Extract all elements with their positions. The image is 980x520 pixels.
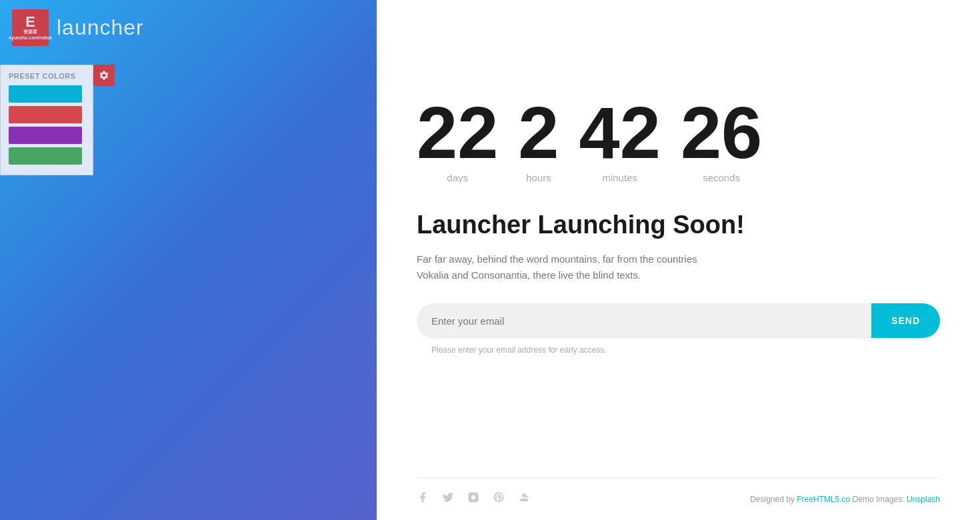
- hours-label: hours: [526, 172, 551, 183]
- countdown-timer: 22 days 2 hours 42 minutes 26 seconds: [417, 96, 940, 183]
- logo-image: E 资源君 eyunzhu.com/vdisk: [12, 9, 49, 46]
- pinterest-icon[interactable]: [493, 491, 505, 507]
- hours-value: 2: [518, 96, 559, 169]
- freehtml5-link[interactable]: FreeHTML5.co: [797, 495, 850, 504]
- days-label: days: [447, 172, 468, 183]
- days-value: 22: [417, 96, 498, 169]
- footer: Designed by FreeHTML5.co Demo Images: Un…: [417, 477, 940, 520]
- brand-name: launcher: [57, 15, 144, 40]
- right-panel: 22 days 2 hours 42 minutes 26 seconds La…: [377, 0, 980, 520]
- twitter-icon[interactable]: [442, 491, 454, 507]
- demo-images-text: Demo Images:: [853, 495, 905, 504]
- email-input[interactable]: [417, 303, 871, 339]
- countdown-hours: 2 hours: [518, 96, 559, 183]
- preset-colors-label: PRESET COLORS: [9, 72, 85, 80]
- preset-gear-button[interactable]: [93, 65, 115, 86]
- logo-bar: E 资源君 eyunzhu.com/vdisk launcher: [0, 0, 377, 55]
- minutes-value: 42: [579, 96, 661, 169]
- logo-sub-text: 资源君 eyunzhu.com/vdisk: [9, 29, 52, 41]
- launch-description: Far far away, behind the word mountains,…: [417, 251, 703, 283]
- minutes-label: minutes: [602, 172, 637, 183]
- footer-credit: Designed by FreeHTML5.co Demo Images: Un…: [750, 495, 940, 504]
- swatch-green[interactable]: [9, 147, 82, 165]
- unsplash-link[interactable]: Unsplash: [907, 495, 940, 504]
- gear-icon: [99, 70, 109, 81]
- social-icons: [417, 491, 530, 507]
- countdown-seconds: 26 seconds: [681, 96, 762, 183]
- swatch-red[interactable]: [9, 106, 82, 123]
- designed-by-text: Designed by: [750, 495, 795, 504]
- main-content: 22 days 2 hours 42 minutes 26 seconds La…: [417, 0, 940, 477]
- facebook-icon[interactable]: [417, 491, 429, 507]
- countdown-minutes: 42 minutes: [579, 96, 661, 183]
- send-button[interactable]: SEND: [871, 303, 940, 338]
- launch-title: Launcher Launching Soon!: [417, 210, 940, 241]
- seconds-value: 26: [681, 96, 762, 169]
- swatch-purple[interactable]: [9, 127, 82, 144]
- googleplus-icon[interactable]: [518, 491, 530, 507]
- logo-letter: E: [25, 15, 35, 29]
- countdown-days: 22 days: [417, 96, 498, 183]
- preset-colors-panel: PRESET COLORS: [0, 65, 93, 175]
- instagram-icon[interactable]: [467, 491, 479, 507]
- email-form: SEND: [417, 303, 940, 339]
- swatch-cyan[interactable]: [9, 85, 82, 103]
- left-panel: E 资源君 eyunzhu.com/vdisk launcher PRESET …: [0, 0, 377, 520]
- email-hint: Please enter your email address for earl…: [417, 345, 940, 355]
- seconds-label: seconds: [703, 172, 740, 183]
